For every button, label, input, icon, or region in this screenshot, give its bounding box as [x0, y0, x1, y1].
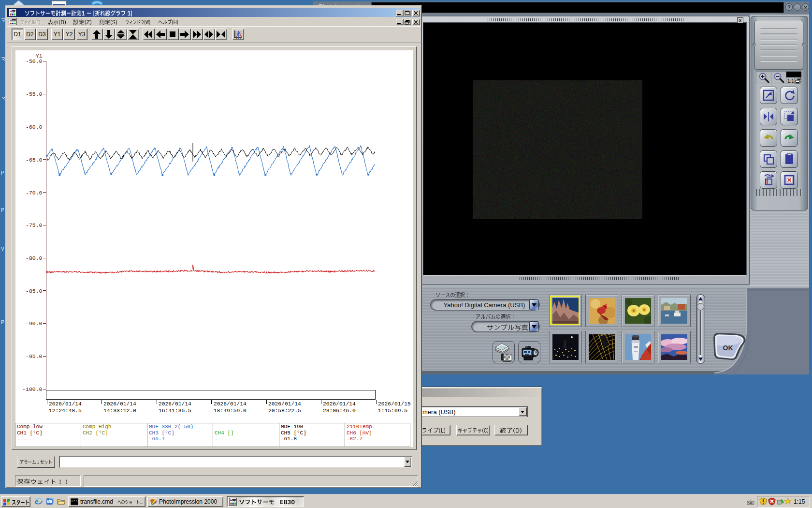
- svg-text:-60.0: -60.0: [26, 124, 43, 130]
- svg-text:2026/01/14: 2026/01/14: [159, 401, 191, 407]
- svg-text:C:\: C:\: [72, 499, 78, 503]
- svg-text:OK: OK: [723, 344, 733, 352]
- svg-text:-80.0: -80.0: [26, 255, 43, 261]
- svg-text:12:24:48.5: 12:24:48.5: [49, 408, 82, 414]
- svg-text:14:33:12.0: 14:33:12.0: [103, 408, 136, 414]
- svg-text:-95.0: -95.0: [26, 353, 43, 359]
- svg-text:1:15:09.5: 1:15:09.5: [378, 408, 407, 414]
- svg-text:18:49:59.0: 18:49:59.0: [214, 408, 246, 414]
- svg-text:-65.0: -65.0: [26, 157, 43, 163]
- svg-text:16:41:35.5: 16:41:35.5: [159, 408, 191, 414]
- svg-text:-70.0: -70.0: [26, 190, 43, 196]
- svg-text:23:06:46.0: 23:06:46.0: [323, 408, 356, 414]
- svg-text:-55.0: -55.0: [26, 91, 43, 97]
- svg-text:-100.0: -100.0: [22, 386, 43, 392]
- svg-text:20:58:22.5: 20:58:22.5: [268, 408, 301, 414]
- svg-text:-85.0: -85.0: [26, 288, 43, 294]
- svg-text:-90.0: -90.0: [26, 320, 43, 327]
- svg-text:-50.0: -50.0: [26, 58, 43, 64]
- svg-text:2026/01/14: 2026/01/14: [323, 401, 356, 407]
- svg-text:2026/01/15: 2026/01/15: [378, 401, 411, 407]
- svg-text:2026/01/14: 2026/01/14: [268, 401, 301, 407]
- svg-text:2026/01/14: 2026/01/14: [214, 401, 246, 407]
- svg-text:2026/01/14: 2026/01/14: [103, 401, 136, 407]
- svg-text:-75.0: -75.0: [26, 222, 43, 228]
- svg-text:2026/01/14: 2026/01/14: [49, 401, 82, 407]
